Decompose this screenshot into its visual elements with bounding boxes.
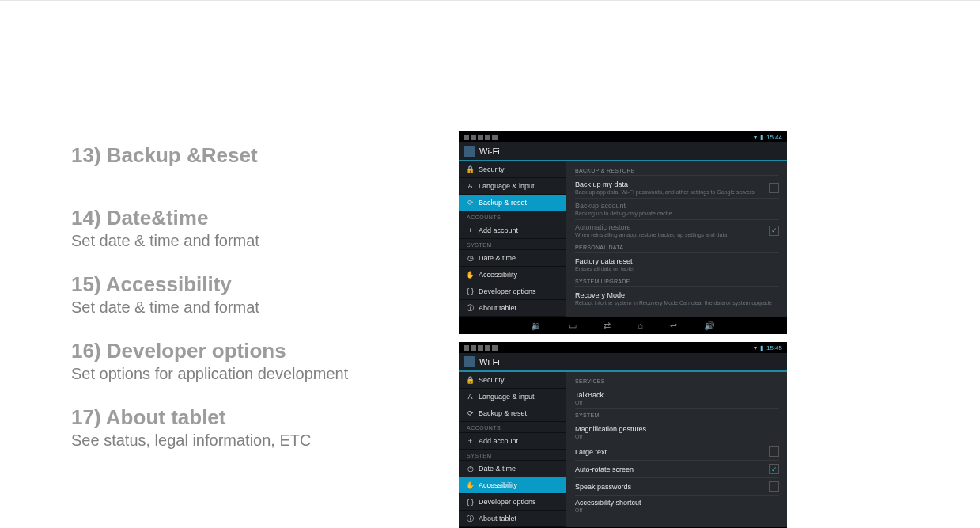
sidebar-item-date-time[interactable]: ◷Date & time <box>459 250 566 267</box>
section-heading: 13) Backup &Reset <box>71 143 451 168</box>
section-17: 17) About tablet See status, legal infor… <box>71 405 451 450</box>
home-icon[interactable]: ⌂ <box>638 321 643 330</box>
sidebar-item-about[interactable]: ⓘAbout tablet <box>459 300 566 317</box>
setting-backup-account[interactable]: Backup accountBacking up to debug-only p… <box>575 199 779 220</box>
status-right-icons: ▾▮15:44 <box>754 134 782 141</box>
sidebar-item-accessibility[interactable]: ✋Accessibility <box>459 267 566 283</box>
vol-up-icon[interactable]: 🔊 <box>704 321 715 331</box>
setting-title: Automatic restore <box>575 223 727 231</box>
section-heading: 15) Accessibility <box>71 272 451 297</box>
sidebar-item-label: Add account <box>479 226 518 234</box>
hand-icon: ✋ <box>467 272 474 279</box>
backup-icon: ⟳ <box>467 410 474 417</box>
setting-magnification[interactable]: Magnification gesturesOff <box>575 422 779 443</box>
setting-subtitle: Back up app data, Wi-Fi passwords, and o… <box>575 189 755 195</box>
status-left-icons <box>464 135 498 140</box>
setting-auto-rotate[interactable]: Auto-rotate screen✓ <box>575 461 779 478</box>
setting-large-text[interactable]: Large text <box>575 443 779 461</box>
setting-subtitle: Erases all data on tablet <box>575 266 634 272</box>
clock: 15:44 <box>766 134 782 141</box>
setting-subtitle: Off <box>575 507 641 513</box>
sidebar-item-security[interactable]: 🔒Security <box>459 372 566 389</box>
sidebar-item-add-account[interactable]: +Add account <box>459 433 566 450</box>
title-bar: Wi-Fi <box>459 142 787 161</box>
checkbox-checked[interactable]: ✓ <box>769 226 779 236</box>
sidebar-item-developer[interactable]: { }Developer options <box>459 494 566 511</box>
section-heading: 17) About tablet <box>71 405 451 430</box>
battery-icon: ▮ <box>760 134 763 141</box>
section-desc: Set date & time and format <box>71 232 451 250</box>
sidebar-item-backup-reset[interactable]: ⟳Backup & reset <box>459 405 566 422</box>
sidebar-item-developer[interactable]: { }Developer options <box>459 283 566 300</box>
setting-subtitle: Off <box>575 434 646 439</box>
status-bar: ▾▮15:45 <box>459 342 787 353</box>
sidebar-item-label: Accessibility <box>479 271 517 279</box>
panel-heading: BACKUP & RESTORE <box>575 165 779 176</box>
sidebar-item-language[interactable]: ALanguage & input <box>459 178 566 195</box>
app-icon <box>464 146 475 157</box>
setting-talkback[interactable]: TalkBackOff <box>575 388 779 409</box>
braces-icon: { } <box>467 288 474 295</box>
status-left-icons <box>464 345 498 351</box>
sidebar-heading: ACCOUNTS <box>459 211 566 222</box>
info-icon: ⓘ <box>467 305 474 312</box>
section-desc: See status, legal information, ETC <box>71 431 451 450</box>
section-13: 13) Backup &Reset <box>71 143 451 168</box>
clock: 15:45 <box>766 344 782 351</box>
status-bar: ▾▮15:44 <box>459 131 787 142</box>
setting-recovery-mode[interactable]: Recovery ModeReboot into the system in R… <box>575 288 779 309</box>
screenshot-accessibility: ▾▮15:45 Wi-Fi 🔒Security ALanguage & inpu… <box>459 342 787 528</box>
sidebar-item-label: Language & input <box>479 393 535 401</box>
setting-speak-passwords[interactable]: Speak passwords <box>575 478 779 496</box>
language-icon: A <box>467 183 474 190</box>
lock-icon: 🔒 <box>467 377 474 384</box>
sidebar-item-label: Security <box>479 376 505 384</box>
app-title: Wi-Fi <box>479 357 500 367</box>
checkbox[interactable] <box>769 183 779 193</box>
setting-accessibility-shortcut[interactable]: Accessibility shortcutOff <box>575 496 779 516</box>
setting-title: Large text <box>575 448 607 456</box>
checkbox[interactable] <box>769 481 779 492</box>
braces-icon: { } <box>467 499 474 506</box>
screenshot-backup-reset: ▾▮15:44 Wi-Fi 🔒Security ALanguage & inpu… <box>459 131 787 334</box>
back-icon[interactable]: ↩ <box>670 321 677 331</box>
sidebar-item-label: Backup & reset <box>479 199 527 207</box>
sidebar-item-label: Date & time <box>479 465 516 473</box>
settings-sidebar: 🔒Security ALanguage & input ⟳Backup & re… <box>459 372 566 527</box>
plus-icon: + <box>467 227 474 234</box>
sidebar-item-label: About tablet <box>479 304 516 312</box>
section-desc: Set date & time and format <box>71 298 451 317</box>
sidebar-item-label: Language & input <box>479 182 535 190</box>
sidebar-item-accessibility[interactable]: ✋Accessibility <box>459 477 566 494</box>
setting-title: Accessibility shortcut <box>575 499 641 507</box>
setting-automatic-restore[interactable]: Automatic restoreWhen reinstalling an ap… <box>575 220 779 241</box>
switch-icon[interactable]: ⇄ <box>604 321 611 331</box>
setting-factory-reset[interactable]: Factory data resetErases all data on tab… <box>575 254 779 275</box>
sidebar-item-label: Developer options <box>479 287 536 295</box>
checkbox[interactable] <box>769 446 779 457</box>
sidebar-item-label: Accessibility <box>479 481 517 489</box>
setting-subtitle: Reboot into the system in Recovery Mode.… <box>575 300 772 306</box>
sidebar-item-add-account[interactable]: +Add account <box>459 222 566 239</box>
title-bar: Wi-Fi <box>459 353 787 372</box>
sidebar-item-security[interactable]: 🔒Security <box>459 161 566 178</box>
setting-title: Factory data reset <box>575 257 634 265</box>
sidebar-item-about[interactable]: ⓘAbout tablet <box>459 511 566 527</box>
plus-icon: + <box>467 438 474 445</box>
setting-back-up-my-data[interactable]: Back up my dataBack up app data, Wi-Fi p… <box>575 177 779 199</box>
battery-icon: ▮ <box>760 344 763 351</box>
sidebar-heading: ACCOUNTS <box>459 422 566 433</box>
vol-down-icon[interactable]: 🔉 <box>531 321 542 331</box>
recent-icon[interactable]: ▭ <box>569 321 577 331</box>
panel-heading: SERVICES <box>575 375 779 386</box>
checkbox-checked[interactable]: ✓ <box>769 464 779 474</box>
sidebar-item-backup-reset[interactable]: ⟳Backup & reset <box>459 195 566 211</box>
section-16: 16) Developer options Set options for ap… <box>71 339 451 383</box>
sidebar-item-language[interactable]: ALanguage & input <box>459 389 566 405</box>
hand-icon: ✋ <box>467 482 474 489</box>
setting-title: Recovery Mode <box>575 291 772 299</box>
settings-sidebar: 🔒Security ALanguage & input ⟳Backup & re… <box>459 161 566 317</box>
backup-icon: ⟳ <box>467 199 474 207</box>
sidebar-item-date-time[interactable]: ◷Date & time <box>459 461 566 477</box>
sidebar-item-label: Developer options <box>479 498 536 506</box>
